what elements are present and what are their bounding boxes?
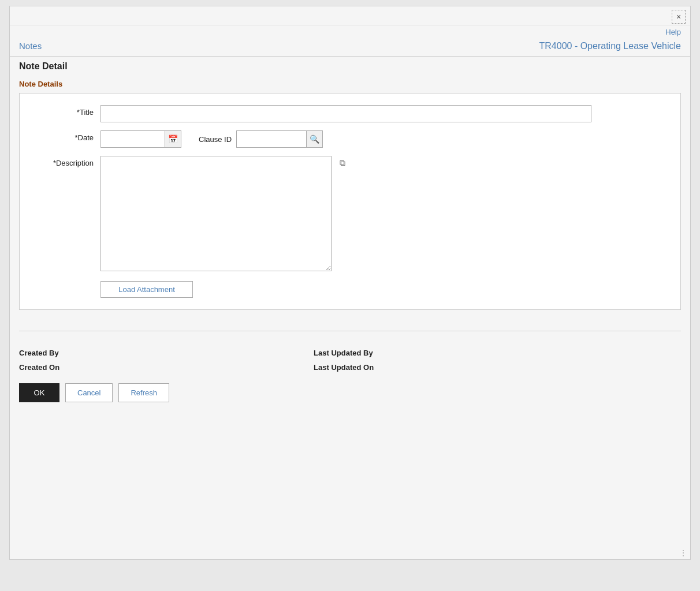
refresh-button[interactable]: Refresh — [118, 383, 169, 402]
description-textarea[interactable] — [100, 156, 332, 271]
title-bar: × — [10, 6, 690, 25]
help-link[interactable]: Help — [665, 28, 681, 36]
right-footer-col: Last Updated By Last Updated On — [314, 349, 374, 372]
description-row: *Description ⧉ — [31, 156, 669, 273]
calendar-button[interactable]: 📅 — [165, 131, 181, 147]
content-area: Note Details *Title *Date 06/05/2023 📅 — [10, 77, 690, 319]
calendar-icon: 📅 — [168, 134, 178, 144]
header-section: Notes TR4000 - Operating Lease Vehicle — [10, 39, 690, 57]
form-panel: *Title *Date 06/05/2023 📅 Clause ID — [19, 93, 681, 310]
action-buttons: OK Cancel Refresh — [10, 377, 690, 414]
created-on-label: Created On — [19, 363, 59, 372]
search-icon: 🔍 — [310, 134, 319, 144]
title-row: *Title — [31, 105, 669, 122]
clause-input-wrapper: 🔍 — [236, 130, 323, 148]
cancel-button[interactable]: Cancel — [65, 383, 113, 402]
clause-id-label: Clause ID — [199, 135, 232, 144]
close-button[interactable]: × — [672, 10, 686, 24]
page-title: Note Detail — [10, 57, 690, 77]
attachment-row: Load Attachment — [100, 281, 669, 298]
load-attachment-button[interactable]: Load Attachment — [100, 281, 193, 298]
date-input[interactable]: 06/05/2023 — [101, 131, 165, 147]
date-input-wrapper: 06/05/2023 📅 — [100, 130, 181, 148]
title-label: *Title — [31, 105, 100, 117]
breadcrumb: Notes — [19, 41, 539, 51]
resize-handle[interactable]: ⋮ — [680, 549, 688, 557]
created-by-label: Created By — [19, 349, 59, 357]
ok-button[interactable]: OK — [19, 383, 59, 402]
description-label: *Description — [31, 156, 100, 167]
main-window: × Help Notes TR4000 - Operating Lease Ve… — [9, 6, 691, 560]
clause-search-button[interactable]: 🔍 — [306, 131, 322, 147]
title-input[interactable] — [100, 105, 591, 122]
section-header: Note Details — [19, 80, 681, 88]
last-updated-on-label: Last Updated On — [314, 363, 374, 372]
expand-icon[interactable]: ⧉ — [340, 158, 345, 168]
clause-group: Clause ID 🔍 — [199, 130, 323, 148]
description-wrapper: ⧉ — [100, 156, 332, 273]
help-bar: Help — [10, 25, 690, 39]
date-clause-row: *Date 06/05/2023 📅 Clause ID 🔍 — [31, 130, 669, 148]
last-updated-by-label: Last Updated By — [314, 349, 374, 357]
date-label: *Date — [31, 130, 100, 142]
module-title: TR4000 - Operating Lease Vehicle — [539, 41, 681, 51]
footer-info: Created By Created On Last Updated By La… — [10, 343, 690, 377]
left-footer-col: Created By Created On — [19, 349, 59, 372]
divider — [19, 331, 681, 331]
clause-id-input[interactable] — [237, 131, 306, 147]
